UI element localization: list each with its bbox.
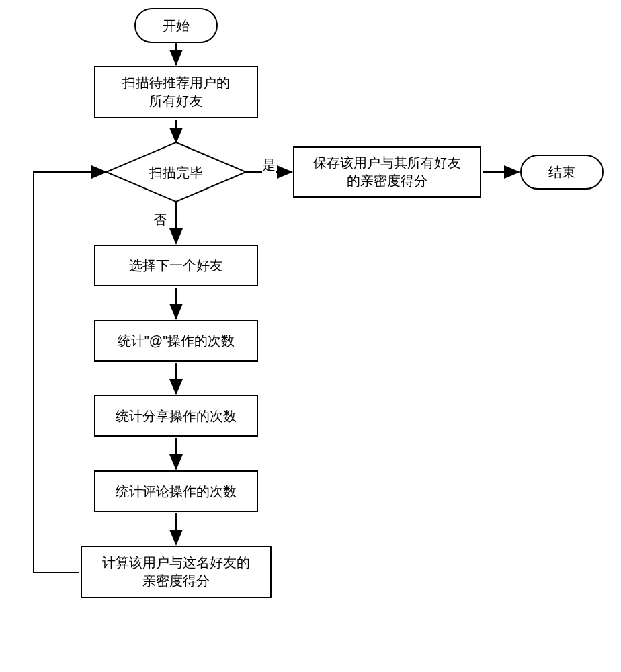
process-select-next: 选择下一个好友 bbox=[94, 245, 258, 286]
scan-line1: 扫描待推荐用户的 bbox=[122, 74, 230, 92]
end-terminal: 结束 bbox=[520, 155, 604, 190]
process-calc-score: 计算该用户与这名好友的 亲密度得分 bbox=[81, 546, 272, 598]
calc-line2: 亲密度得分 bbox=[102, 572, 250, 590]
process-count-comment: 统计评论操作的次数 bbox=[94, 470, 258, 512]
count-share-label: 统计分享操作的次数 bbox=[116, 407, 237, 425]
start-label: 开始 bbox=[163, 17, 190, 35]
select-next-label: 选择下一个好友 bbox=[129, 257, 223, 275]
count-at-label: 统计"@"操作的次数 bbox=[118, 332, 235, 350]
process-count-share: 统计分享操作的次数 bbox=[94, 395, 258, 437]
end-label: 结束 bbox=[548, 163, 575, 181]
calc-line1: 计算该用户与这名好友的 bbox=[102, 554, 250, 572]
process-save-score: 保存该用户与其所有好友 的亲密度得分 bbox=[293, 146, 481, 198]
count-comment-label: 统计评论操作的次数 bbox=[116, 482, 237, 501]
start-terminal: 开始 bbox=[134, 8, 218, 43]
decision-label: 扫描完毕 bbox=[106, 164, 246, 182]
save-line2: 的亲密度得分 bbox=[313, 172, 461, 190]
save-line1: 保存该用户与其所有好友 bbox=[313, 154, 461, 172]
process-scan-all-friends: 扫描待推荐用户的 所有好友 bbox=[94, 66, 258, 118]
process-count-at: 统计"@"操作的次数 bbox=[94, 320, 258, 362]
decision-scan-complete: 扫描完毕 bbox=[106, 142, 246, 202]
edge-label-yes: 是 bbox=[262, 156, 276, 174]
edge-label-no: 否 bbox=[153, 211, 167, 229]
scan-line2: 所有好友 bbox=[122, 92, 230, 110]
